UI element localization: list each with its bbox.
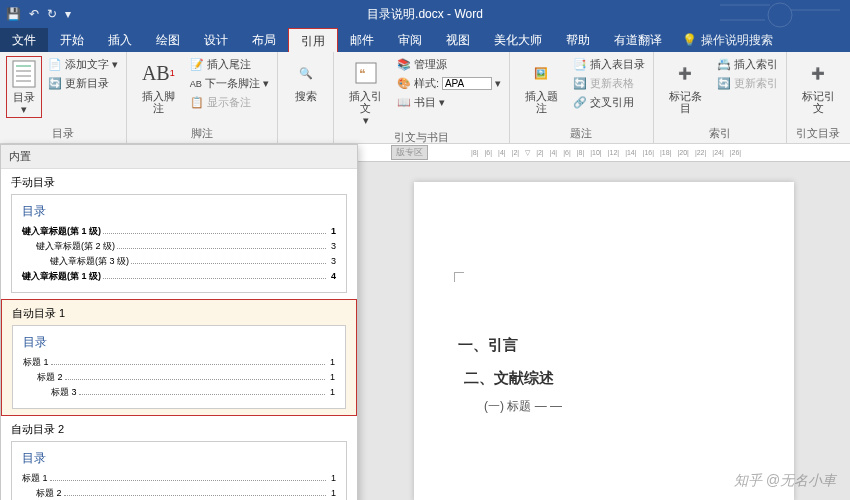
tab-mail[interactable]: 邮件 — [338, 28, 386, 52]
watermark: 知乎 @无名小車 — [734, 472, 836, 490]
tab-beauty[interactable]: 美化大师 — [482, 28, 554, 52]
group-search: 🔍 搜索 信息检索 — [278, 52, 335, 143]
manual-toc-label: 手动目录 — [11, 175, 347, 190]
tell-me[interactable]: 💡 操作说明搜索 — [682, 32, 773, 49]
auto2-label: 自动目录 2 — [11, 422, 347, 437]
update-toc-button[interactable]: 🔄 更新目录 — [46, 75, 120, 92]
toc-gallery-dropdown: 内置 手动目录 目录 键入章标题(第 1 级)1 键入章标题(第 2 级)3 键… — [0, 144, 358, 500]
manage-sources-button[interactable]: 📚 管理源 — [395, 56, 503, 73]
group-label-footnotes: 脚注 — [133, 124, 271, 141]
update-index-button[interactable]: 🔄 更新索引 — [715, 75, 780, 92]
search-icon: 🔍 — [291, 58, 321, 88]
next-footnote-button[interactable]: AB 下一条脚注 ▾ — [188, 75, 271, 92]
mark-entry-icon: ➕ — [670, 58, 700, 88]
cross-reference-button[interactable]: 🔗 交叉引用 — [571, 94, 647, 111]
redo-icon[interactable]: ↻ — [47, 7, 57, 21]
group-footnotes: AB1 插入脚注 📝 插入尾注 AB 下一条脚注 ▾ 📋 显示备注 脚注 — [127, 52, 278, 143]
toc-button[interactable]: 目录▾ — [6, 56, 42, 118]
tab-draw[interactable]: 绘图 — [144, 28, 192, 52]
builtin-header: 内置 — [1, 145, 357, 169]
group-index: ➕ 标记条目 📇 插入索引 🔄 更新索引 索引 — [654, 52, 787, 143]
auto2-preview: 目录 标题 11 标题 21 标题 31 — [11, 441, 347, 500]
group-captions: 🖼️ 插入题注 📑 插入表目录 🔄 更新表格 🔗 交叉引用 题注 — [510, 52, 654, 143]
citation-icon: ❝ — [351, 58, 381, 88]
tab-help[interactable]: 帮助 — [554, 28, 602, 52]
svg-rect-1 — [13, 61, 35, 87]
insert-table-figures-button[interactable]: 📑 插入表目录 — [571, 56, 647, 73]
document-area: 版专区 |8||6||4||2|▽|2||4||6||8||10||12||14… — [358, 144, 850, 500]
preview-title: 目录 — [22, 203, 336, 220]
style-select[interactable] — [442, 77, 492, 90]
bibliography-button[interactable]: 📖 书目 ▾ — [395, 94, 503, 111]
tab-youdao[interactable]: 有道翻译 — [602, 28, 674, 52]
group-label-citations: 引文与书目 — [340, 128, 502, 145]
tab-layout[interactable]: 布局 — [240, 28, 288, 52]
insert-citation-button[interactable]: ❝ 插入引文▾ — [340, 56, 390, 128]
citation-style[interactable]: 🎨 样式: ▾ — [395, 75, 503, 92]
svg-text:❝: ❝ — [359, 67, 365, 81]
doc-subheading: (一) 标题 — — — [484, 398, 744, 415]
ruler[interactable]: 版专区 |8||6||4||2|▽|2||4||6||8||10||12||14… — [358, 144, 850, 162]
decorative-lines — [720, 0, 840, 35]
search-button[interactable]: 🔍 搜索 — [284, 56, 328, 104]
ribbon: 目录▾ 📄 添加文字 ▾ 🔄 更新目录 目录 AB1 插入脚注 📝 插入尾注 A… — [0, 52, 850, 144]
show-notes-button[interactable]: 📋 显示备注 — [188, 94, 271, 111]
tab-view[interactable]: 视图 — [434, 28, 482, 52]
undo-icon[interactable]: ↶ — [29, 7, 39, 21]
auto1-preview: 目录 标题 11 标题 21 标题 31 — [12, 325, 346, 409]
mark-citation-icon: ➕ — [803, 58, 833, 88]
quick-access-toolbar: 💾 ↶ ↻ ▾ — [6, 7, 71, 21]
toc-label: 目录 — [13, 91, 35, 103]
group-toc: 目录▾ 📄 添加文字 ▾ 🔄 更新目录 目录 — [0, 52, 127, 143]
group-label-captions: 题注 — [516, 124, 647, 141]
document-page[interactable]: 一、引言 二、文献综述 (一) 标题 — — — [414, 182, 794, 500]
add-text-button[interactable]: 📄 添加文字 ▾ — [46, 56, 120, 73]
ruler-tag: 版专区 — [391, 145, 428, 160]
group-label-index: 索引 — [660, 124, 780, 141]
footnote-icon: AB1 — [143, 58, 173, 88]
group-label-toc: 目录 — [6, 124, 120, 141]
title-bar: 💾 ↶ ↻ ▾ 目录说明.docx - Word — [0, 0, 850, 28]
preview-title: 目录 — [23, 334, 335, 351]
menu-bar: 文件 开始 插入 绘图 设计 布局 引用 邮件 审阅 视图 美化大师 帮助 有道… — [0, 28, 850, 52]
window-title: 目录说明.docx - Word — [367, 6, 483, 23]
auto-toc-1-item[interactable]: 自动目录 1 目录 标题 11 标题 21 标题 31 — [1, 299, 357, 416]
manual-preview: 目录 键入章标题(第 1 级)1 键入章标题(第 2 级)3 键入章标题(第 3… — [11, 194, 347, 293]
group-authorities: ➕ 标记引文 引文目录 — [787, 52, 851, 143]
tab-file[interactable]: 文件 — [0, 28, 48, 52]
insert-footnote-button[interactable]: AB1 插入脚注 — [133, 56, 184, 116]
mark-entry-button[interactable]: ➕ 标记条目 — [660, 56, 711, 116]
preview-title: 目录 — [22, 450, 336, 467]
bulb-icon: 💡 — [682, 33, 697, 47]
tab-home[interactable]: 开始 — [48, 28, 96, 52]
insert-caption-button[interactable]: 🖼️ 插入题注 — [516, 56, 567, 116]
insert-endnote-button[interactable]: 📝 插入尾注 — [188, 56, 271, 73]
tab-design[interactable]: 设计 — [192, 28, 240, 52]
manual-toc-item[interactable]: 手动目录 目录 键入章标题(第 1 级)1 键入章标题(第 2 级)3 键入章标… — [1, 169, 357, 299]
group-label-authorities: 引文目录 — [793, 124, 845, 141]
doc-heading-2: 二、文献综述 — [464, 369, 744, 388]
svg-point-0 — [768, 3, 792, 27]
save-icon[interactable]: 💾 — [6, 7, 21, 21]
tab-review[interactable]: 审阅 — [386, 28, 434, 52]
update-table-button[interactable]: 🔄 更新表格 — [571, 75, 647, 92]
tab-insert[interactable]: 插入 — [96, 28, 144, 52]
toc-icon — [9, 59, 39, 89]
insert-index-button[interactable]: 📇 插入索引 — [715, 56, 780, 73]
qat-dropdown-icon[interactable]: ▾ — [65, 7, 71, 21]
group-citations: ❝ 插入引文▾ 📚 管理源 🎨 样式: ▾ 📖 书目 ▾ 引文与书目 — [334, 52, 509, 143]
tab-references[interactable]: 引用 — [288, 28, 338, 52]
caption-icon: 🖼️ — [526, 58, 556, 88]
margin-marker — [454, 272, 464, 282]
auto-toc-2-item[interactable]: 自动目录 2 目录 标题 11 标题 21 标题 31 — [1, 416, 357, 500]
tell-me-label: 操作说明搜索 — [701, 32, 773, 49]
auto1-label: 自动目录 1 — [12, 306, 346, 321]
doc-heading-1: 一、引言 — [464, 336, 744, 355]
mark-citation-button[interactable]: ➕ 标记引文 — [793, 56, 845, 116]
